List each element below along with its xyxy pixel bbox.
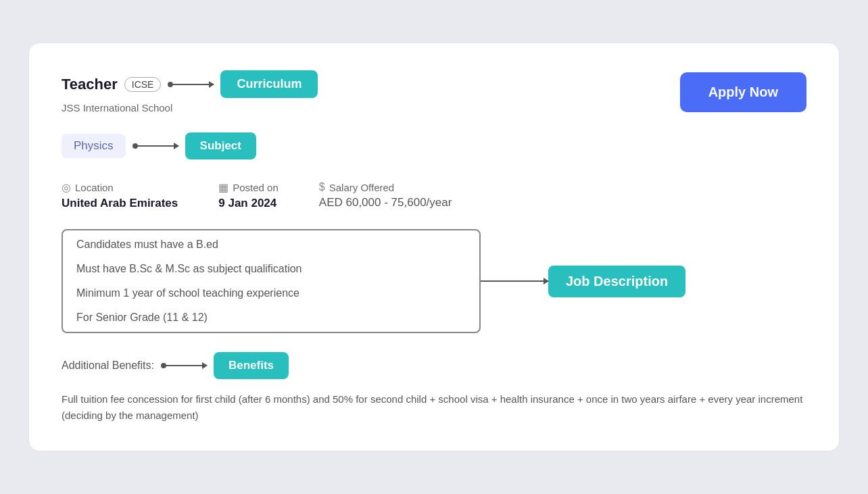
subject-arrow <box>132 143 178 149</box>
job-description-button[interactable]: Job Description <box>548 266 685 297</box>
job-desc-arrow-line <box>481 280 548 282</box>
apply-now-button[interactable]: Apply Now <box>680 72 806 112</box>
location-item: ◎ Location United Arab Emirates <box>62 181 178 210</box>
benefits-text: Full tuition fee concession for first ch… <box>62 391 806 424</box>
salary-icon: $ <box>319 181 325 193</box>
arrow-line <box>173 84 214 85</box>
benefits-row: Additional Benefits: Benefits <box>62 352 806 379</box>
school-name: JSS International School <box>62 102 318 114</box>
subject-button[interactable]: Subject <box>185 132 256 159</box>
job-desc-item: For Senior Grade (11 & 12) <box>76 312 466 324</box>
header-row: Teacher ICSE Curriculum JSS Internationa… <box>62 70 806 114</box>
location-icon: ◎ <box>62 181 71 194</box>
benefits-section: Additional Benefits: Benefits Full tuiti… <box>62 352 806 424</box>
subject-arrow-dot <box>132 143 138 149</box>
subject-arrow-line <box>138 145 178 147</box>
header-left: Teacher ICSE Curriculum JSS Internationa… <box>62 70 318 114</box>
location-label: ◎ Location <box>62 181 178 194</box>
info-row: ◎ Location United Arab Emirates ▦ Posted… <box>62 181 806 210</box>
curriculum-button[interactable]: Curriculum <box>220 70 318 98</box>
teacher-label: Teacher <box>62 76 118 93</box>
job-description-section: Candidates must have a B.ed Must have B.… <box>62 229 806 333</box>
job-card: Teacher ICSE Curriculum JSS Internationa… <box>28 43 840 451</box>
posted-label: ▦ Posted on <box>218 181 279 194</box>
job-desc-arrow <box>481 280 548 282</box>
benefits-arrow-line <box>166 365 207 366</box>
job-desc-item: Must have B.Sc & M.Sc as subject qualifi… <box>76 263 466 275</box>
job-desc-items: Candidates must have a B.ed Must have B.… <box>63 239 479 324</box>
benefits-arrow-dot <box>161 363 166 368</box>
posted-value: 9 Jan 2024 <box>218 197 279 210</box>
benefits-label: Additional Benefits: <box>62 360 154 372</box>
physics-badge: Physics <box>62 134 126 158</box>
benefits-button[interactable]: Benefits <box>214 352 289 379</box>
title-row: Teacher ICSE Curriculum <box>62 70 318 98</box>
location-value: United Arab Emirates <box>62 197 178 210</box>
job-desc-box-and-label: Candidates must have a B.ed Must have B.… <box>62 229 806 333</box>
salary-label: $ Salary Offered <box>319 181 452 193</box>
job-desc-item: Candidates must have a B.ed <box>76 239 466 251</box>
curriculum-arrow <box>168 82 214 87</box>
arrow-dot <box>168 82 173 87</box>
salary-item: $ Salary Offered AED 60,000 - 75,600/yea… <box>319 181 452 209</box>
job-desc-item: Minimum 1 year of school teaching experi… <box>76 287 466 299</box>
salary-value: AED 60,000 - 75,600/year <box>319 196 452 209</box>
icse-badge: ICSE <box>124 77 162 92</box>
calendar-icon: ▦ <box>218 181 228 194</box>
posted-item: ▦ Posted on 9 Jan 2024 <box>218 181 279 210</box>
job-desc-bracket-box: Candidates must have a B.ed Must have B.… <box>62 229 481 333</box>
benefits-arrow <box>161 363 207 368</box>
subject-row: Physics Subject <box>62 132 806 159</box>
